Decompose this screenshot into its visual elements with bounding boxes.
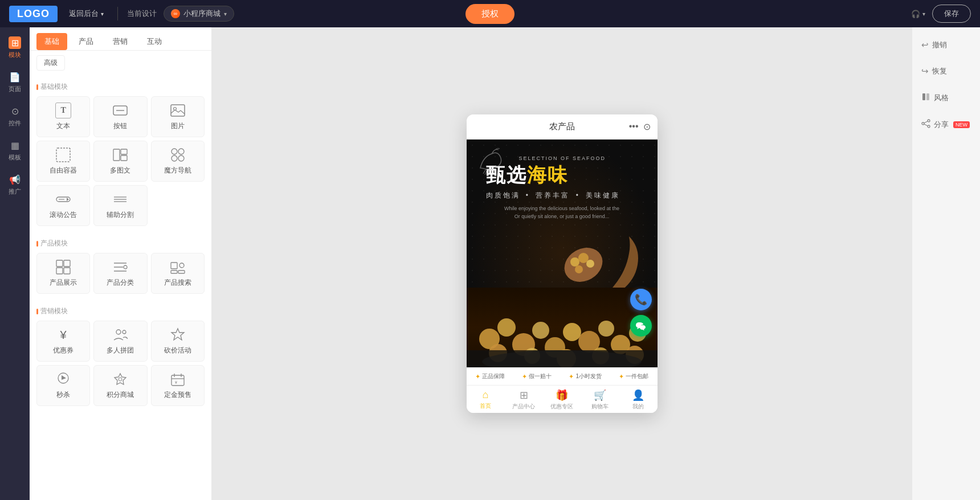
sidebar-item-page[interactable]: 📄 页面 (2, 66, 27, 98)
sidebar-item-template[interactable]: ▦ 模板 (2, 134, 27, 166)
multi-image-icon (112, 147, 128, 163)
svg-rect-4 (56, 148, 70, 162)
button-label: 按钮 (113, 121, 127, 131)
svg-point-11 (178, 155, 184, 161)
tab-interaction[interactable]: 互动 (139, 33, 170, 50)
panel-scroll: 基础模块 T 文本 按钮 (30, 75, 211, 500)
float-call-button[interactable]: 📞 (630, 289, 652, 310)
undo-label: 撤销 (932, 40, 947, 50)
promote-label: 推广 (9, 187, 21, 196)
template-icon: ▦ (9, 139, 21, 151)
svg-point-64 (922, 122, 924, 125)
svg-rect-17 (56, 260, 63, 267)
svg-point-26 (179, 263, 184, 268)
svg-point-24 (124, 265, 127, 269)
nav-home-label: 首页 (480, 402, 491, 410)
action-redo[interactable]: ↪ 恢复 (917, 63, 975, 80)
multi-image-label: 多图文 (110, 166, 130, 175)
module-coupon[interactable]: ¥ 优惠券 (36, 321, 90, 362)
module-flash-sale[interactable]: 秒杀 (36, 365, 90, 406)
module-bargain[interactable]: 砍价活动 (151, 321, 205, 362)
product-display-label: 产品展示 (50, 278, 77, 288)
target-icon: ⊙ (643, 121, 651, 132)
magic-nav-icon (170, 147, 186, 163)
nav-home[interactable]: ⌂ 首页 (467, 389, 505, 411)
svg-text:¥: ¥ (175, 380, 177, 384)
new-badge: NEW (953, 121, 970, 128)
scroll-notice-label: 滚动公告 (50, 210, 77, 220)
headset-btn[interactable]: 🎧 ▾ (911, 10, 925, 18)
marketing-module-grid: ¥ 优惠券 多人拼团 砍价活动 (36, 321, 205, 406)
mini-program-btn[interactable]: ∞ 小程序商城 ▾ (164, 6, 234, 22)
module-product-display[interactable]: 产品展示 (36, 253, 90, 294)
module-points[interactable]: 积分商城 (93, 365, 147, 406)
svg-point-10 (172, 155, 177, 161)
guarantee-item-0: ✦ 正品保障 (475, 372, 505, 380)
product-module-grid: 产品展示 产品分类 产品搜索 (36, 253, 205, 294)
action-style[interactable]: 风格 (917, 89, 975, 106)
module-product-search[interactable]: 产品搜索 (151, 253, 205, 294)
share-icon (921, 119, 930, 130)
nav-deals[interactable]: 🎁 优惠专区 (543, 389, 581, 411)
flash-sale-label: 秒杀 (56, 390, 70, 400)
promote-icon: 📢 (9, 173, 21, 186)
guarantee-bar: ✦ 正品保障 ✦ 假一赔十 ✦ 1小时发货 ✦ 一件包邮 (467, 367, 658, 385)
action-undo[interactable]: ↩ 撤销 (917, 36, 975, 54)
guarantee-text-3: 一件包邮 (626, 372, 648, 380)
phone-banner: SELECTION OF SEAFOOD 甄选海味 肉质饱满 • 营养丰富 • … (467, 140, 658, 367)
text-label: 文本 (56, 121, 70, 131)
banner-background: SELECTION OF SEAFOOD 甄选海味 肉质饱满 • 营养丰富 • … (467, 140, 658, 367)
module-button[interactable]: 按钮 (93, 96, 147, 137)
control-label: 控件 (9, 119, 21, 128)
group-buy-label: 多人拼团 (107, 346, 134, 355)
tab-basic[interactable]: 基础 (36, 33, 67, 50)
image-icon (170, 103, 186, 118)
nav-cart[interactable]: 🛒 购物车 (581, 389, 619, 411)
svg-marker-13 (67, 198, 69, 201)
svg-rect-5 (113, 149, 120, 161)
sidebar-item-module[interactable]: ⊞ 模块 (2, 32, 27, 64)
nav-products[interactable]: ⊞ 产品中心 (505, 389, 543, 411)
sidebar-item-promote[interactable]: 📢 推广 (2, 169, 27, 200)
module-scroll-notice[interactable]: 滚动公告 (36, 185, 90, 226)
module-product-category[interactable]: 产品分类 (93, 253, 147, 294)
basic-module-section: 基础模块 T 文本 按钮 (30, 75, 211, 232)
nav-profile[interactable]: 👤 我的 (619, 389, 658, 411)
module-text[interactable]: T 文本 (36, 96, 90, 137)
back-label: 返回后台 (69, 9, 99, 19)
svg-point-33 (119, 378, 122, 381)
guarantee-icon-0: ✦ (475, 373, 480, 380)
action-share[interactable]: 分享 NEW (917, 116, 975, 133)
tab-marketing[interactable]: 营销 (105, 33, 136, 50)
module-group-buy[interactable]: 多人拼团 (93, 321, 147, 362)
logo: LOGO (9, 6, 58, 22)
module-multi-image[interactable]: 多图文 (93, 141, 147, 182)
tab-product[interactable]: 产品 (71, 33, 101, 50)
product-category-label: 产品分类 (107, 278, 134, 288)
module-free-container[interactable]: 自由容器 (36, 141, 90, 182)
mini-program-label: 小程序商城 (183, 9, 220, 19)
secondary-tabs: 高级 (36, 55, 205, 71)
svg-rect-6 (121, 149, 127, 154)
module-magic-nav[interactable]: 魔方导航 (151, 141, 205, 182)
share-label: 分享 (934, 120, 949, 130)
headset-icon: 🎧 (911, 10, 920, 18)
undo-icon: ↩ (921, 40, 929, 50)
save-button[interactable]: 保存 (932, 5, 971, 23)
presale-label: 定金预售 (164, 390, 191, 400)
nav-deals-icon: 🎁 (556, 389, 568, 401)
float-wechat-button[interactable] (630, 315, 652, 337)
button-icon (112, 103, 128, 118)
sidebar-item-control[interactable]: ⊙ 控件 (2, 100, 27, 132)
back-btn[interactable]: 返回后台 ▾ (64, 6, 108, 21)
svg-point-40 (570, 257, 579, 267)
food-visual (467, 219, 658, 367)
auth-button[interactable]: 授权 (466, 4, 514, 24)
module-divider[interactable]: 辅助分割 (93, 185, 147, 226)
nav-cart-label: 购物车 (591, 403, 609, 411)
module-presale[interactable]: ¥ 定金预售 (151, 365, 205, 406)
nav-home-icon: ⌂ (483, 389, 489, 401)
module-image[interactable]: 图片 (151, 96, 205, 137)
free-container-label: 自由容器 (50, 166, 77, 175)
tab-advanced[interactable]: 高级 (36, 55, 65, 71)
